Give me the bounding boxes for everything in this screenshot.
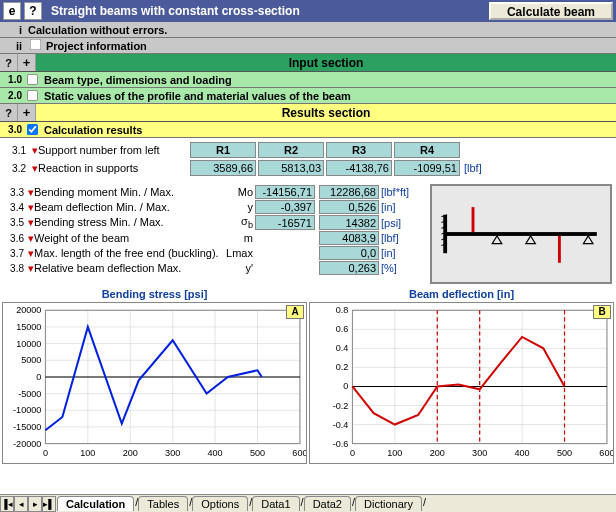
- calc-row-sym: y: [221, 200, 255, 214]
- svg-text:-10000: -10000: [13, 405, 41, 415]
- calc-row-label: ▾Bending stress Min. / Max.: [26, 215, 221, 230]
- svg-text:600: 600: [292, 448, 306, 458]
- svg-text:5000: 5000: [21, 355, 41, 365]
- calc-row-sym: σb: [221, 215, 255, 230]
- input-expand-button[interactable]: +: [18, 54, 36, 71]
- calc-row-unit: [%]: [379, 261, 419, 275]
- tab-options[interactable]: Options: [192, 496, 248, 511]
- svg-text:500: 500: [557, 448, 572, 458]
- app-icon: e: [3, 2, 21, 20]
- svg-text:0.8: 0.8: [336, 305, 349, 315]
- svg-text:-5000: -5000: [18, 389, 41, 399]
- cell-32-num: 3.2: [2, 160, 28, 176]
- r2-value: 5813,03: [258, 160, 324, 176]
- cell-31-label: Support number from left: [38, 144, 160, 156]
- r4-header: R4: [394, 142, 460, 158]
- calc-row-min: -14156,71: [255, 185, 315, 199]
- calc-row-label: ▾Relative beam deflection Max.: [26, 261, 221, 275]
- tab-prev-icon: ◂: [14, 496, 28, 512]
- svg-text:400: 400: [208, 448, 223, 458]
- svg-text:100: 100: [387, 448, 402, 458]
- svg-text:300: 300: [472, 448, 487, 458]
- svg-text:300: 300: [165, 448, 180, 458]
- calc-row-num: 3.8: [0, 261, 26, 275]
- project-info-label: Project information: [44, 40, 616, 52]
- calc-row-label: ▾Max. length of the free end (buckling).: [26, 246, 221, 260]
- calc-row-max: 0,0: [319, 246, 379, 260]
- calc-row-num: 3.6: [0, 231, 26, 245]
- row-20-check[interactable]: [27, 90, 38, 101]
- svg-text:400: 400: [515, 448, 530, 458]
- r3-header: R3: [326, 142, 392, 158]
- beam-schematic: [430, 184, 612, 284]
- svg-text:-0.4: -0.4: [333, 420, 349, 430]
- calc-row-unit: [lbf]: [379, 231, 419, 245]
- calc-row-num: 3.5: [0, 215, 26, 230]
- calc-row-label: ▾Beam deflection Min. / Max.: [26, 200, 221, 214]
- tab-dictionary[interactable]: Dictionary: [355, 496, 422, 511]
- tab-last-icon: ▸▌: [42, 496, 56, 512]
- row-index-i: i: [0, 24, 26, 36]
- calc-row-unit: [psi]: [379, 215, 419, 230]
- svg-text:200: 200: [430, 448, 445, 458]
- input-section-title: Input section: [36, 56, 616, 70]
- calc-row-label: ▾Bending moment Min. / Max.: [26, 185, 221, 199]
- app-title: Straight beams with constant cross-secti…: [45, 4, 486, 18]
- calc-row-sym: m: [221, 231, 255, 245]
- tab-nav[interactable]: ▐◂◂▸▸▌: [0, 496, 56, 512]
- r1-value: 3589,66: [190, 160, 256, 176]
- svg-text:0: 0: [36, 372, 41, 382]
- tab-tables[interactable]: Tables: [138, 496, 188, 511]
- calc-row-unit: [lbf*ft]: [379, 185, 419, 199]
- r1-header: R1: [190, 142, 256, 158]
- svg-text:0: 0: [350, 448, 355, 458]
- svg-text:200: 200: [123, 448, 138, 458]
- calc-row-max: 12286,68: [319, 185, 379, 199]
- calc-row-num: 3.7: [0, 246, 26, 260]
- tab-data1[interactable]: Data1: [252, 496, 299, 511]
- svg-marker-8: [492, 236, 502, 244]
- calc-row-sym: Mo: [221, 185, 255, 199]
- svg-text:-15000: -15000: [13, 422, 41, 432]
- results-expand-button[interactable]: +: [18, 104, 36, 121]
- svg-text:0.6: 0.6: [336, 324, 349, 334]
- svg-rect-0: [445, 232, 597, 236]
- input-help-button[interactable]: ?: [0, 54, 18, 71]
- calc-row-min: -0,397: [255, 200, 315, 214]
- row-10-check[interactable]: [27, 74, 38, 85]
- calc-row-num: 3.3: [0, 185, 26, 199]
- calculate-beam-button[interactable]: Calculate beam: [489, 2, 613, 20]
- results-help-button[interactable]: ?: [0, 104, 18, 121]
- tab-calculation[interactable]: Calculation: [57, 496, 134, 511]
- svg-text:-20000: -20000: [13, 439, 41, 449]
- svg-text:10000: 10000: [16, 339, 41, 349]
- calc-row-max: 14382: [319, 215, 379, 230]
- project-info-check[interactable]: [29, 39, 41, 51]
- bending-stress-title: Bending stress [psi]: [2, 288, 307, 302]
- status-text: Calculation without errors.: [26, 24, 616, 36]
- calc-row-max: 0,526: [319, 200, 379, 214]
- bending-stress-chart: A -20000-15000-10000-5000050001000015000…: [2, 302, 307, 464]
- results-section-title: Results section: [36, 106, 616, 120]
- tab-first-icon: ▐◂: [0, 496, 14, 512]
- tab-data2[interactable]: Data2: [304, 496, 351, 511]
- results-details-table: 3.3▾Bending moment Min. / Max.Mo-14156,7…: [0, 184, 419, 276]
- calc-row-max: 0,263: [319, 261, 379, 275]
- row-30-num: 3.0: [0, 124, 26, 135]
- r3-value: -4138,76: [326, 160, 392, 176]
- calc-row-max: 4083,9: [319, 231, 379, 245]
- beam-deflection-chart: B -0.6-0.4-0.200.20.40.60.80100200300400…: [309, 302, 614, 464]
- row-index-ii: ii: [0, 40, 26, 52]
- svg-marker-9: [526, 236, 536, 244]
- help-icon[interactable]: ?: [24, 2, 42, 20]
- calc-row-sym: Lmax: [221, 246, 255, 260]
- calc-row-sym: y': [221, 261, 255, 275]
- svg-text:0.2: 0.2: [336, 362, 349, 372]
- cell-31-num: 3.1: [2, 142, 28, 158]
- calc-row-unit: [in]: [379, 246, 419, 260]
- svg-text:100: 100: [80, 448, 95, 458]
- svg-text:0: 0: [343, 381, 348, 391]
- svg-text:500: 500: [250, 448, 265, 458]
- row-30-check[interactable]: [27, 124, 38, 135]
- beam-deflection-title: Beam deflection [in]: [309, 288, 614, 302]
